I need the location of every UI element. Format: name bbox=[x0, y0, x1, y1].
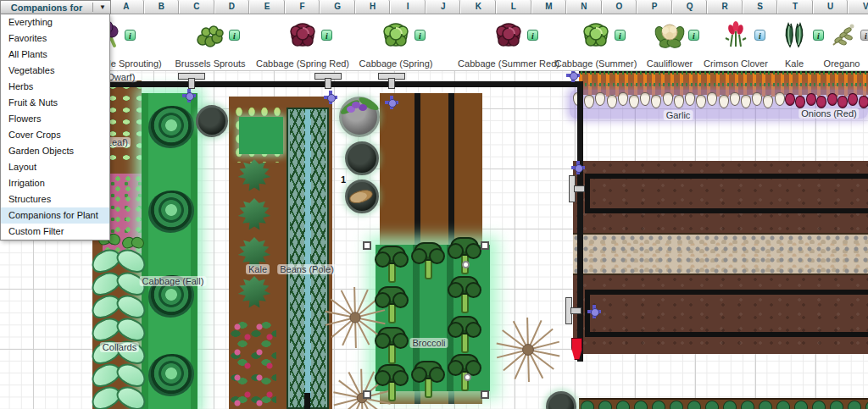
plant-info-icon[interactable]: i bbox=[415, 30, 426, 41]
ruler-column-L[interactable]: L bbox=[496, 0, 531, 14]
ruler-column-U[interactable]: U bbox=[813, 0, 849, 14]
menu-item-cover-crops[interactable]: Cover Crops bbox=[1, 127, 109, 143]
onion-bulb[interactable] bbox=[859, 96, 868, 108]
garlic-bulb[interactable] bbox=[663, 92, 673, 106]
pipe-tee-fitting[interactable] bbox=[178, 73, 205, 88]
broccoli-plant[interactable] bbox=[448, 316, 481, 356]
menu-item-vegetables[interactable]: Vegetables bbox=[1, 63, 109, 79]
ruler-column-J[interactable]: J bbox=[426, 0, 461, 14]
pipe-tee-fitting[interactable] bbox=[569, 175, 584, 202]
pot-round[interactable] bbox=[196, 105, 228, 137]
menu-item-custom-filter[interactable]: Custom Filter bbox=[1, 224, 109, 240]
menu-item-all-plants[interactable]: All Plants bbox=[1, 47, 109, 63]
pot-count-label: 1 bbox=[341, 174, 346, 185]
menu-item-companions-for-plant[interactable]: Companions for Plant bbox=[1, 207, 109, 224]
ruler-column-T[interactable]: T bbox=[777, 0, 813, 14]
drip-irrigation-loop[interactable] bbox=[585, 290, 868, 337]
onion-bulb[interactable] bbox=[827, 93, 837, 106]
oregano-icon[interactable] bbox=[826, 19, 857, 50]
chevron-down-icon[interactable]: ▼ bbox=[97, 3, 108, 11]
onion-bulb[interactable] bbox=[837, 96, 848, 108]
plant-info-icon[interactable]: i bbox=[321, 30, 332, 41]
ruler-column-B[interactable]: B bbox=[144, 0, 180, 14]
menu-item-irrigation[interactable]: Irrigation bbox=[1, 175, 109, 191]
menu-item-everything[interactable]: Everything bbox=[1, 14, 109, 30]
broccoli-plant[interactable] bbox=[448, 276, 481, 317]
onion-bulb[interactable] bbox=[785, 93, 795, 106]
collard-plant[interactable] bbox=[91, 384, 147, 409]
filter-dropdown-button[interactable]: Companions for ▼ bbox=[0, 0, 111, 14]
ruler-column-V[interactable]: V bbox=[848, 0, 868, 14]
row-dot-handle[interactable] bbox=[462, 261, 470, 268]
faucet-valve-icon[interactable] bbox=[571, 161, 585, 174]
garlic-bulb[interactable] bbox=[775, 92, 785, 106]
broccoli-plant[interactable] bbox=[411, 242, 445, 283]
broccoli-plant[interactable] bbox=[411, 361, 445, 401]
dried-plant-starburst[interactable] bbox=[494, 316, 562, 387]
menu-item-structures[interactable]: Structures bbox=[1, 191, 109, 207]
ruler-column-S[interactable]: S bbox=[743, 0, 778, 14]
garden-canvas[interactable]: 1 bbox=[0, 71, 868, 409]
ruler-column-D[interactable]: D bbox=[214, 0, 250, 14]
broccoli-plant[interactable] bbox=[375, 286, 409, 327]
ruler-column-G[interactable]: G bbox=[320, 0, 355, 14]
garlic-bulb[interactable] bbox=[607, 95, 617, 108]
ruler-column-M[interactable]: M bbox=[531, 0, 567, 14]
garlic-bulb[interactable] bbox=[618, 92, 628, 106]
row-dot-handle[interactable] bbox=[464, 373, 471, 381]
ruler-column-P[interactable]: P bbox=[637, 0, 672, 14]
selection-handle[interactable] bbox=[363, 241, 371, 250]
ruler-column-R[interactable]: R bbox=[707, 0, 743, 14]
gravel-path[interactable] bbox=[573, 233, 868, 275]
ruler-column-K[interactable]: K bbox=[460, 0, 496, 14]
menu-item-favorites[interactable]: Favorites bbox=[1, 30, 109, 47]
cabbage-red-icon[interactable] bbox=[287, 19, 318, 50]
ruler-column-A[interactable]: A bbox=[108, 0, 144, 14]
plant-info-icon[interactable]: i bbox=[125, 30, 136, 41]
bottom-plant-row[interactable] bbox=[579, 398, 868, 409]
menu-item-layout[interactable]: Layout bbox=[1, 159, 109, 175]
faucet-valve-icon[interactable] bbox=[182, 89, 196, 102]
selection-handle[interactable] bbox=[481, 241, 489, 250]
ruler-column-H[interactable]: H bbox=[355, 0, 391, 14]
pot-round[interactable] bbox=[345, 141, 379, 175]
selection-handle[interactable] bbox=[481, 390, 489, 399]
garlic-bulb[interactable] bbox=[719, 95, 729, 108]
pipe-tee-fitting[interactable] bbox=[314, 73, 342, 88]
drip-irrigation-loop[interactable] bbox=[585, 174, 868, 213]
cabbage-red-icon[interactable] bbox=[493, 19, 524, 50]
faucet-valve-icon[interactable] bbox=[587, 305, 601, 318]
broccoli-plant[interactable] bbox=[448, 237, 481, 278]
ruler-column-Q[interactable]: Q bbox=[672, 0, 708, 14]
ruler-column-C[interactable]: C bbox=[179, 0, 214, 14]
pot-round[interactable] bbox=[546, 391, 576, 409]
faucet-valve-icon[interactable] bbox=[566, 71, 580, 82]
brussels-sprouts-icon[interactable] bbox=[195, 19, 225, 50]
cabbage-green-icon[interactable] bbox=[381, 19, 411, 50]
chard-plants[interactable] bbox=[231, 318, 276, 409]
broccoli-plant[interactable] bbox=[375, 327, 409, 368]
menu-item-flowers[interactable]: Flowers bbox=[1, 111, 109, 127]
menu-item-herbs[interactable]: Herbs bbox=[1, 79, 109, 95]
menu-item-garden-objects[interactable]: Garden Objects bbox=[1, 143, 109, 159]
ruler-column-F[interactable]: F bbox=[285, 0, 320, 14]
plant-info-icon[interactable]: i bbox=[860, 30, 868, 41]
palette-plant-cabbage-spring-[interactable]: iCabbage (Spring) bbox=[332, 14, 459, 71]
pipe-tee-fitting[interactable] bbox=[565, 297, 581, 324]
selection-handle[interactable] bbox=[363, 390, 371, 399]
ruler-column-O[interactable]: O bbox=[602, 0, 637, 14]
ruler-column-N[interactable]: N bbox=[566, 0, 602, 14]
ruler-column-I[interactable]: I bbox=[390, 0, 426, 14]
garlic-bulb[interactable] bbox=[674, 95, 684, 108]
broccoli-plant[interactable] bbox=[375, 364, 409, 405]
menu-item-fruit-nuts[interactable]: Fruit & Nuts bbox=[1, 95, 109, 111]
beans-pole-row[interactable] bbox=[287, 108, 329, 409]
garlic-bulb[interactable] bbox=[730, 92, 740, 106]
ruler-column-E[interactable]: E bbox=[249, 0, 285, 14]
onion-bulb[interactable] bbox=[806, 93, 816, 106]
faucet-valve-icon[interactable] bbox=[385, 96, 398, 109]
broccoli-plant[interactable] bbox=[375, 246, 409, 286]
pipe-tee-fitting[interactable] bbox=[378, 73, 405, 88]
palette-plant-oregano[interactable]: iOregano bbox=[778, 14, 868, 71]
faucet-valve-icon[interactable] bbox=[324, 91, 337, 104]
